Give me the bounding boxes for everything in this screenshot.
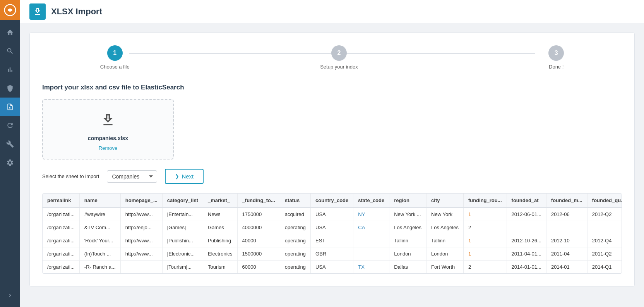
- stepper-steps: 1 Choose a file 2 Setup your index 3 Don…: [100, 45, 564, 70]
- stepper: 1 Choose a file 2 Setup your index 3 Don…: [42, 45, 622, 70]
- table-row: /organizati... &TV Com... http://enjo...…: [43, 221, 622, 234]
- cell-region: Dallas: [389, 261, 426, 274]
- shield-icon: [6, 84, 14, 92]
- cell-name: (In)Touch ...: [79, 247, 120, 261]
- cell-name: 'Rock' Your...: [79, 234, 120, 247]
- cell-state: TX: [353, 261, 389, 274]
- cell-foundedm: 2014-01: [546, 261, 587, 274]
- cell-foundedq: 2011-Q2: [587, 247, 622, 261]
- cell-market: Publishing: [203, 234, 238, 247]
- app-logo[interactable]: [0, 0, 20, 20]
- col-state: state_code: [353, 194, 389, 208]
- cell-name: #waywire: [79, 208, 120, 221]
- cell-status: operating: [280, 234, 310, 247]
- remove-file-button[interactable]: Remove: [99, 145, 117, 151]
- cell-city: Tallinn: [426, 234, 464, 247]
- cell-foundedm: [546, 221, 587, 234]
- cell-funding: 40000: [237, 234, 280, 247]
- chart-icon: [6, 66, 14, 74]
- table-header-row: permalink name homepage_... category_lis…: [43, 194, 622, 208]
- cell-foundedat: 2012-10-26...: [507, 234, 546, 247]
- cell-country: USA: [311, 221, 353, 234]
- cell-fundinground: 2: [463, 261, 507, 274]
- cell-fundinground: 1: [463, 234, 507, 247]
- sheet-selector-row: Select the sheet to import Companies She…: [42, 169, 622, 184]
- main-area: XLSX Import 1 Choose a file 2 Setup your…: [20, 0, 644, 307]
- file-upload-icon: [100, 112, 116, 131]
- tools-icon: [6, 140, 14, 148]
- cell-region: London: [389, 247, 426, 261]
- cell-market: Tourism: [203, 261, 238, 274]
- sidebar-item-search[interactable]: [0, 42, 20, 60]
- cell-foundedq: 2014-Q1: [587, 261, 622, 274]
- cell-category: |Publishin...: [162, 234, 203, 247]
- cell-homepage: http://enjo...: [120, 221, 162, 234]
- step-1-circle: 1: [107, 45, 123, 61]
- next-button-label: Next: [182, 173, 194, 180]
- cell-foundedq: [587, 221, 622, 234]
- table-body: /organizati... #waywire http://www... |E…: [43, 208, 622, 273]
- cell-market: News: [203, 208, 238, 221]
- cell-region: New York ...: [389, 208, 426, 221]
- step-2-label: Setup your index: [320, 64, 358, 70]
- col-foundedq: founded_qu...: [587, 194, 622, 208]
- settings-icon: [6, 159, 14, 166]
- search-icon: [6, 47, 14, 55]
- data-table: permalink name homepage_... category_lis…: [43, 194, 622, 273]
- cell-foundedat: [507, 221, 546, 234]
- col-city: city: [426, 194, 464, 208]
- table-row: /organizati... #waywire http://www... |E…: [43, 208, 622, 221]
- upload-icon: [33, 7, 42, 16]
- cell-permalink: /organizati...: [43, 221, 79, 234]
- cell-fundinground: 1: [463, 208, 507, 221]
- sheet-select-dropdown[interactable]: Companies Sheet2 Sheet3: [107, 170, 157, 183]
- col-name: name: [79, 194, 120, 208]
- step-3: 3 Done !: [548, 45, 564, 70]
- col-foundedat: founded_at: [507, 194, 546, 208]
- sidebar-item-refresh[interactable]: [0, 116, 20, 135]
- cell-country: EST: [311, 234, 353, 247]
- file-upload-area[interactable]: companies.xlsx Remove: [42, 99, 174, 160]
- col-homepage: homepage_...: [120, 194, 162, 208]
- cell-country: GBR: [311, 247, 353, 261]
- cell-permalink: /organizati...: [43, 247, 79, 261]
- cell-country: USA: [311, 261, 353, 274]
- sheet-selector-label: Select the sheet to import: [42, 173, 99, 179]
- sidebar-item-xlsx[interactable]: [0, 98, 20, 116]
- step-3-circle: 3: [548, 45, 564, 61]
- page-title: XLSX Import: [51, 7, 102, 17]
- sidebar-item-settings[interactable]: [0, 153, 20, 172]
- sidebar-expand-button[interactable]: [0, 288, 20, 302]
- step-2: 2 Setup your index: [320, 45, 358, 70]
- cell-city: New York: [426, 208, 464, 221]
- xlsx-icon: [6, 103, 14, 111]
- sidebar-item-tools[interactable]: [0, 135, 20, 153]
- cell-city: Fort Worth: [426, 261, 464, 274]
- cell-permalink: /organizati...: [43, 234, 79, 247]
- col-foundedm: founded_m...: [546, 194, 587, 208]
- cell-state: [353, 247, 389, 261]
- sidebar-nav: [0, 20, 20, 288]
- cell-funding: 1750000: [237, 208, 280, 221]
- sidebar-item-chart[interactable]: [0, 60, 20, 79]
- file-name-label: companies.xlsx: [88, 135, 128, 141]
- chevron-right-icon: [7, 292, 13, 298]
- cell-foundedq: 2012-Q4: [587, 234, 622, 247]
- cell-fundinground: 1: [463, 247, 507, 261]
- home-icon: [6, 29, 14, 36]
- cell-category: |Entertain...: [162, 208, 203, 221]
- next-button[interactable]: ❯ Next: [165, 169, 204, 184]
- cell-foundedq: 2012-Q2: [587, 208, 622, 221]
- data-table-wrapper: permalink name homepage_... category_lis…: [42, 193, 622, 274]
- cell-foundedm: 2011-04: [546, 247, 587, 261]
- sidebar-item-shield[interactable]: [0, 79, 20, 98]
- cell-category: |Games|: [162, 221, 203, 234]
- cell-funding: 1500000: [237, 247, 280, 261]
- cell-funding: 4000000: [237, 221, 280, 234]
- col-category: category_list: [162, 194, 203, 208]
- cell-status: operating: [280, 247, 310, 261]
- cell-foundedat: 2012-06-01...: [507, 208, 546, 221]
- cell-market: Games: [203, 221, 238, 234]
- step-2-circle: 2: [331, 45, 347, 61]
- sidebar-item-home[interactable]: [0, 23, 20, 42]
